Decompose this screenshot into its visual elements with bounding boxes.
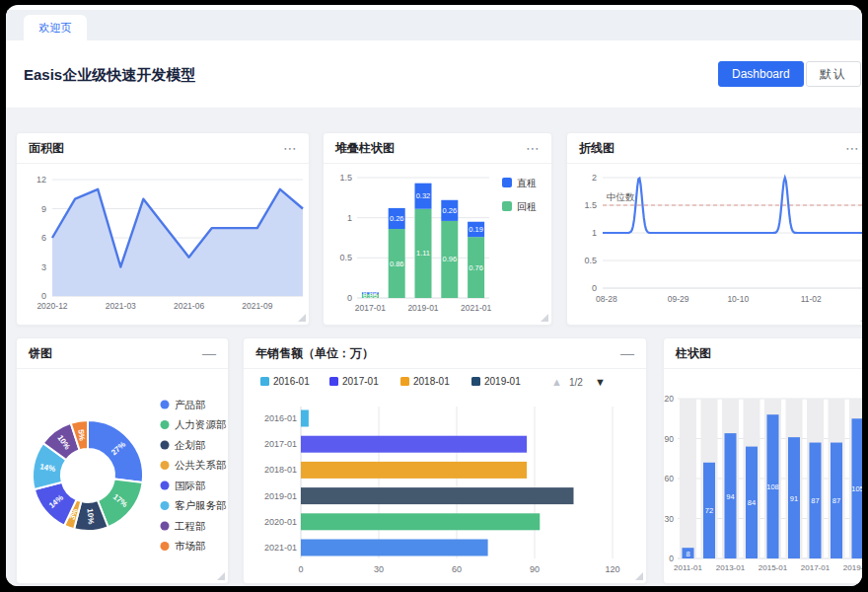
- bar[interactable]: [301, 436, 527, 453]
- legend-item[interactable]: 产品部: [161, 399, 206, 410]
- svg-text:0.5: 0.5: [584, 256, 597, 265]
- svg-text:2013-01: 2013-01: [716, 563, 746, 572]
- svg-text:60: 60: [665, 474, 675, 483]
- svg-text:直租: 直租: [517, 178, 537, 188]
- card-title: 堆叠柱状图: [335, 133, 395, 163]
- svg-text:客户服务部: 客户服务部: [175, 499, 227, 511]
- resize-grip[interactable]: [635, 572, 643, 580]
- legend-item[interactable]: 直租: [502, 178, 537, 188]
- more-icon[interactable]: ⋯: [845, 141, 859, 155]
- svg-text:2020-12: 2020-12: [36, 301, 67, 311]
- resize-grip[interactable]: [298, 314, 306, 322]
- default-button[interactable]: 默认: [806, 61, 861, 87]
- svg-text:30: 30: [665, 514, 675, 524]
- legend-item[interactable]: 企划部: [161, 439, 206, 451]
- svg-text:0.02: 0.02: [363, 289, 378, 298]
- bar[interactable]: [301, 410, 309, 427]
- legend-item[interactable]: 2019-01: [471, 376, 521, 387]
- svg-text:中位数: 中位数: [607, 191, 635, 202]
- svg-text:2021-03: 2021-03: [106, 301, 136, 311]
- card-title: 面积图: [29, 133, 64, 163]
- svg-text:90: 90: [530, 564, 540, 574]
- card-annual-sales-chart: 年销售额（单位：万） — 2016-012017-012018-012019-0…: [243, 337, 647, 584]
- horizontal-bar-chart: 2016-012017-012018-012019-01▲1/2▼0306090…: [244, 369, 647, 584]
- svg-text:0.5: 0.5: [339, 253, 352, 262]
- svg-text:10-10: 10-10: [727, 294, 749, 304]
- svg-text:0: 0: [347, 293, 352, 303]
- svg-text:0.96: 0.96: [442, 255, 457, 263]
- resize-grip[interactable]: [541, 314, 548, 322]
- legend-item[interactable]: 公共关系部: [161, 459, 227, 471]
- resize-grip[interactable]: [217, 572, 225, 580]
- legend-item[interactable]: 人力资源部: [161, 418, 227, 430]
- svg-text:10%: 10%: [86, 508, 96, 525]
- svg-text:91: 91: [790, 494, 798, 503]
- card-stacked-bar-chart: 堆叠柱状图 ⋯ 00.511.50.050.020.860.261.110.32…: [323, 132, 552, 326]
- svg-text:2021-01: 2021-01: [264, 543, 297, 553]
- line-chart: 00.511.52中位数08-2809-2910-1011-02: [567, 164, 862, 326]
- more-icon[interactable]: ⋯: [283, 141, 297, 155]
- svg-text:6: 6: [41, 233, 46, 243]
- svg-text:2018-01: 2018-01: [413, 376, 450, 387]
- dashboard-button[interactable]: Dashboard: [718, 61, 804, 87]
- legend-item[interactable]: 市场部: [161, 540, 206, 552]
- svg-text:94: 94: [726, 492, 734, 501]
- svg-text:1.5: 1.5: [584, 200, 597, 210]
- legend-item[interactable]: 工程部: [161, 520, 206, 532]
- legend-page-down[interactable]: ▼: [595, 376, 606, 388]
- more-icon[interactable]: ⋯: [526, 141, 540, 155]
- svg-text:2015-01: 2015-01: [759, 563, 788, 572]
- svg-text:市场部: 市场部: [175, 540, 206, 552]
- svg-text:12: 12: [36, 175, 46, 185]
- legend-item[interactable]: 客户服务部: [161, 499, 227, 511]
- svg-text:3: 3: [41, 262, 46, 272]
- svg-text:公共关系部: 公共关系部: [175, 459, 227, 471]
- svg-text:1.5: 1.5: [339, 173, 352, 183]
- legend-page-up[interactable]: ▲: [551, 376, 562, 388]
- bar[interactable]: [301, 513, 540, 530]
- svg-text:人力资源部: 人力资源部: [175, 418, 227, 430]
- svg-text:企划部: 企划部: [174, 439, 206, 451]
- donut-chart: 27%17%10%3%14%14%10%5%产品部人力资源部企划部公共关系部国际…: [17, 369, 229, 584]
- svg-text:60: 60: [452, 564, 462, 574]
- svg-text:2017-01: 2017-01: [264, 439, 297, 449]
- svg-text:2020-01: 2020-01: [264, 517, 297, 527]
- svg-text:0: 0: [298, 564, 303, 574]
- svg-text:120: 120: [664, 394, 674, 404]
- svg-text:87: 87: [832, 496, 840, 505]
- svg-text:1/2: 1/2: [569, 377, 583, 388]
- page-title: Easis企业级快速开发模型: [24, 66, 195, 85]
- legend-item[interactable]: 2016-01: [260, 376, 310, 387]
- legend-item[interactable]: 2017-01: [329, 376, 379, 387]
- collapse-icon[interactable]: —: [202, 346, 216, 360]
- svg-text:0: 0: [669, 554, 674, 563]
- svg-text:0.76: 0.76: [469, 263, 483, 272]
- collapse-icon[interactable]: —: [620, 346, 634, 360]
- svg-text:120: 120: [605, 564, 619, 574]
- svg-text:1.11: 1.11: [416, 249, 430, 258]
- svg-text:2016-01: 2016-01: [264, 413, 297, 423]
- tab-bar: 欢迎页: [6, 10, 862, 40]
- resize-grip[interactable]: [860, 314, 862, 322]
- svg-text:2011-01: 2011-01: [674, 563, 702, 572]
- bar[interactable]: [301, 487, 574, 504]
- app-window: 欢迎页 Easis企业级快速开发模型 Dashboard 默认 新增 面积图 ⋯…: [6, 5, 862, 586]
- card-pie-chart: 饼图 — 27%17%10%3%14%14%10%5%产品部人力资源部企划部公共…: [16, 337, 229, 584]
- bar-chart: 0306090120872948410891878710591952011-01…: [664, 369, 862, 584]
- svg-text:09-29: 09-29: [668, 294, 689, 304]
- stacked-bar-chart: 00.511.50.050.020.860.261.110.320.960.26…: [324, 164, 552, 326]
- legend-item[interactable]: 国际部: [161, 480, 206, 491]
- svg-text:08-28: 08-28: [596, 294, 617, 304]
- bar[interactable]: [301, 462, 527, 479]
- svg-text:8: 8: [686, 550, 689, 558]
- tab-welcome[interactable]: 欢迎页: [24, 15, 87, 40]
- svg-text:产品部: 产品部: [175, 399, 206, 410]
- legend-item[interactable]: 回租: [502, 201, 537, 212]
- svg-text:工程部: 工程部: [174, 520, 206, 532]
- svg-text:0: 0: [592, 283, 597, 293]
- legend-item[interactable]: 2018-01: [400, 376, 450, 387]
- svg-text:2019-01: 2019-01: [484, 376, 521, 387]
- svg-text:90: 90: [665, 434, 675, 444]
- svg-text:0.86: 0.86: [390, 259, 404, 268]
- bar[interactable]: [301, 540, 488, 556]
